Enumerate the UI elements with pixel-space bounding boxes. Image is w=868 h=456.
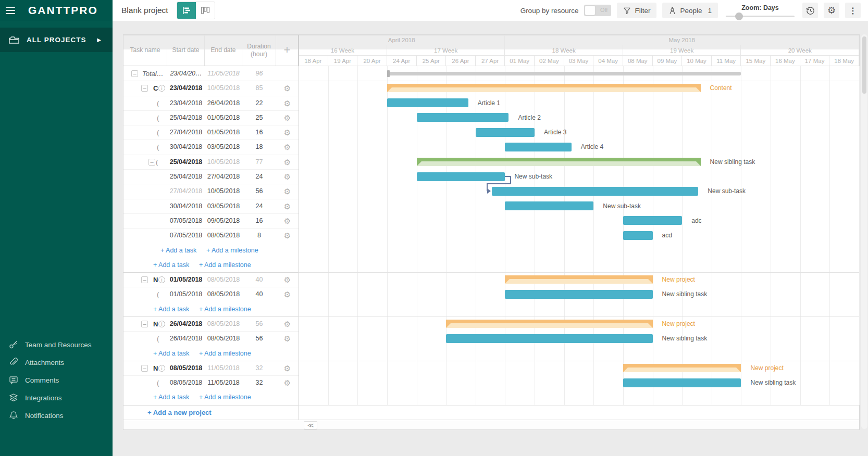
task-settings-gear-icon[interactable]: ⚙ (276, 99, 299, 108)
gantt-task-bar[interactable] (623, 216, 682, 225)
gantt-project-bar[interactable] (387, 84, 701, 92)
add-task-link[interactable]: + Add a task (153, 306, 189, 313)
info-icon[interactable]: i (158, 365, 165, 372)
gantt-project-bar[interactable] (446, 320, 652, 328)
gantt-task-bar[interactable] (387, 98, 468, 107)
task-settings-gear-icon[interactable]: ⚙ (276, 84, 299, 93)
settings-button[interactable]: ⚙ (824, 3, 839, 18)
gantt-task-bar[interactable] (417, 172, 505, 181)
add-milestone-link[interactable]: + Add a milestone (199, 261, 251, 269)
sidebar-item-team-and-resources[interactable]: Team and Resources (0, 336, 113, 353)
duration-cell: 77 (242, 158, 276, 166)
collapse-button[interactable]: – (148, 159, 155, 166)
day-gridline (328, 66, 329, 405)
vertical-scrollbar[interactable] (861, 34, 867, 429)
summary-bar[interactable] (387, 72, 741, 75)
add-milestone-link[interactable]: + Add a milestone (199, 394, 251, 401)
task-settings-gear-icon[interactable]: ⚙ (276, 113, 299, 123)
timeline-day: 18 Apr (299, 56, 328, 66)
sidebar-item-label: Team and Resources (25, 341, 92, 349)
info-icon[interactable]: i (158, 85, 165, 92)
gantt-task-bar[interactable] (446, 334, 652, 343)
add-task-link[interactable]: + Add a task (153, 350, 189, 357)
task-settings-gear-icon[interactable]: ⚙ (276, 334, 299, 344)
end-date-cell: 08/05/2018 (205, 335, 242, 342)
gantt-task-bar[interactable] (492, 187, 698, 196)
add-column-button[interactable]: + (276, 35, 299, 66)
duration-cell: 24 (242, 202, 276, 210)
sidebar-item-label: Integrations (25, 394, 62, 402)
task-settings-gear-icon[interactable]: ⚙ (276, 217, 299, 226)
task-settings-gear-icon[interactable]: ⚙ (276, 275, 299, 285)
scrollbar-thumb[interactable] (862, 36, 866, 94)
zoom-label: Zoom: Days (726, 4, 795, 11)
chevron-right-icon[interactable]: ▶ (97, 37, 101, 43)
sidebar-item-notifications[interactable]: Notifications (0, 407, 113, 424)
sidebar-item-comments[interactable]: Comments (0, 371, 113, 389)
info-icon[interactable]: i (158, 321, 165, 327)
gantt-task-bar[interactable] (476, 128, 535, 137)
group-separator (123, 405, 299, 406)
grid-divider[interactable] (299, 35, 299, 429)
row-divider (123, 125, 299, 125)
collapse-button[interactable]: – (131, 70, 138, 77)
history-button[interactable] (802, 3, 818, 18)
gantt-view-button[interactable] (177, 2, 196, 19)
task-settings-gear-icon[interactable]: ⚙ (276, 378, 299, 388)
gantt-task-bar[interactable] (505, 290, 652, 299)
task-settings-gear-icon[interactable]: ⚙ (276, 172, 299, 182)
sidebar-item-integrations[interactable]: Integrations (0, 389, 113, 407)
task-settings-gear-icon[interactable]: ⚙ (276, 202, 299, 211)
more-menu-button[interactable]: ⋮ (845, 3, 861, 18)
gantt-task-bar[interactable] (417, 113, 509, 122)
task-name: ( (157, 99, 159, 107)
start-date-cell: 08/05/2018 (167, 379, 205, 386)
task-settings-gear-icon[interactable]: ⚙ (276, 128, 299, 137)
end-date-cell: 11/05/2018 (205, 379, 242, 386)
group-separator (123, 272, 299, 273)
sidebar-item-attachments[interactable]: Attachments (0, 353, 113, 371)
collapse-button[interactable]: – (141, 276, 148, 283)
row-divider (123, 199, 299, 199)
info-icon[interactable]: i (158, 276, 165, 283)
gantt-project-bar[interactable] (623, 364, 741, 372)
hamburger-menu-icon[interactable] (6, 7, 15, 14)
add-milestone-link[interactable]: + Add a milestone (206, 247, 258, 254)
sidebar-item-all-projects[interactable]: ALL PROJECTS ▶ (0, 28, 113, 52)
people-button[interactable]: People 1 (662, 3, 718, 18)
gantt-project-bar[interactable] (417, 158, 701, 166)
task-settings-gear-icon[interactable]: ⚙ (276, 231, 299, 240)
add-task-link[interactable]: + Add a task (160, 247, 196, 254)
group-by-resource-toggle[interactable]: Off (584, 5, 611, 16)
collapse-grid-button[interactable]: ≪ (304, 421, 317, 429)
add-new-project-link[interactable]: + Add a new project (147, 409, 212, 416)
row-divider (123, 213, 299, 214)
zoom-slider[interactable] (726, 16, 795, 17)
zoom-control: Zoom: Days (726, 4, 795, 17)
gantt-task-bar[interactable] (623, 231, 653, 240)
zoom-slider-knob[interactable] (735, 12, 743, 20)
add-milestone-link[interactable]: + Add a milestone (199, 306, 251, 313)
task-settings-gear-icon[interactable]: ⚙ (276, 364, 299, 373)
day-gridline (653, 66, 653, 405)
add-task-link[interactable]: + Add a task (153, 394, 189, 401)
task-settings-gear-icon[interactable]: ⚙ (276, 158, 299, 167)
task-settings-gear-icon[interactable]: ⚙ (276, 143, 299, 152)
collapse-button[interactable]: – (141, 85, 148, 92)
add-milestone-link[interactable]: + Add a milestone (199, 350, 251, 357)
filter-button[interactable]: Filter (617, 3, 656, 18)
task-settings-gear-icon[interactable]: ⚙ (276, 187, 299, 196)
board-view-button[interactable] (196, 2, 215, 19)
collapse-button[interactable]: – (141, 321, 148, 327)
task-settings-gear-icon[interactable]: ⚙ (276, 290, 299, 299)
task-settings-gear-icon[interactable]: ⚙ (276, 320, 299, 329)
gantt-project-bar[interactable] (505, 275, 652, 284)
collapse-button[interactable]: – (141, 365, 148, 372)
end-date-cell: 09/05/2018 (205, 217, 242, 224)
gantt-task-bar[interactable] (505, 201, 593, 210)
gantt-task-bar[interactable] (623, 378, 741, 387)
group-separator (299, 361, 859, 361)
gantt-task-bar[interactable] (505, 143, 571, 151)
sidebar-item-label: Notifications (25, 412, 64, 420)
add-task-link[interactable]: + Add a task (153, 261, 189, 269)
